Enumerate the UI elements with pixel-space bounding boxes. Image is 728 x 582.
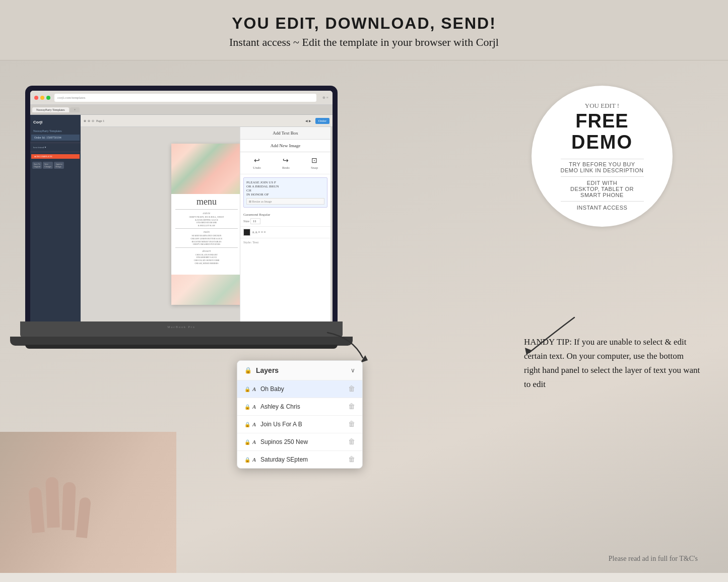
instant-access-label: INSTANT ACCESS [577,205,628,211]
action-btn1[interactable]: Save ToOriginal [32,162,42,169]
canvas-workspace: menu entrée CRISPY PRAWN, DUCK ROLL, SWE… [81,127,333,321]
color-style-row: A A ≡ ≡ ≡ [240,227,330,238]
url-bar[interactable]: corjl.com/templates [54,94,316,102]
footer-note: Please read ad in full for T&C's [609,555,698,563]
circle-divider1 [561,159,644,159]
snap-icon: ⊡ [311,156,317,165]
add-text-btn[interactable]: Add Text Box [240,127,330,140]
smart-phone-label: SMART PHONE [580,192,624,198]
menu-content: menu entrée CRISPY PRAWN, DUCK ROLL, SWE… [171,144,242,265]
circle-divider2 [561,176,644,177]
layer-lock-4: 🔒 [244,439,252,445]
color-swatch[interactable] [243,229,250,236]
menu-title: menu [171,197,242,207]
page-indicator: Page 1 [96,119,104,122]
tab2[interactable]: + [70,107,80,112]
size-controls: Size 11 [243,218,327,224]
action-btn2[interactable]: SaveChanges [43,162,53,169]
website-sidebar: Corjl NoorayParty Templates Order Id: 15… [30,115,81,333]
style-text-label: Style: Text [240,238,330,246]
layer-type-4: A [252,439,260,445]
font-controls: Garamond Regular Size 11 [240,211,330,227]
corjl-right-panel: Add Text Box Add New Image ↩ Undo ↪ [240,127,330,321]
laptop-bezel: corjl.com/templates ⊕ ≡ NoorayParty Temp… [25,86,338,338]
main-items: SEARED MARINATED CHICKENCREAMY LEMON BUT… [171,234,242,245]
layers-title-row: 🔒 Layers [244,366,279,374]
top-banner: YOU EDIT, DOWNLOAD, SEND! Instant access… [0,0,728,60]
canvas-area: ⊕ ⊖ ⊙ Page 1 ◀▶ Order [81,115,333,333]
layer-type-3: A [252,421,260,427]
free-label: FREE [575,111,628,132]
floral-bottom [171,275,242,305]
section-main: main [171,230,242,233]
layer-lock-1: 🔒 [244,386,252,392]
laptop-foot [25,345,338,349]
layer-name-supinos: Supinos 250 New [260,438,348,445]
menu-divider3 [175,247,238,248]
you-edit-label: YOU EDIT ! [585,102,619,110]
layer-delete-5[interactable]: 🗑 [348,456,355,464]
sidebar-incomplete: ● INCOMPLETE [31,154,80,159]
redo-icon: ↪ [283,156,289,165]
add-image-btn[interactable]: Add New Image [240,140,330,152]
section-dessert: dessert [171,249,242,252]
headline: YOU EDIT, DOWNLOAD, SEND! [10,14,718,33]
snap-btn[interactable]: ⊡ Snap [311,156,318,170]
sidebar-order[interactable]: Order Id: 1509750194 [31,135,80,141]
layer-item-supinos[interactable]: 🔒 A Supinos 250 New 🗑 [237,433,362,451]
layer-type-2: A [252,404,260,410]
active-tab[interactable]: NoorayParty Templates [32,107,69,112]
layer-item-join[interactable]: 🔒 A Join Us For A B 🗑 [237,416,362,433]
sidebar-item1: best friend ♥ [30,145,81,150]
edit-with-label: EDIT WITH [587,180,618,186]
page-arrows: ◀▶ [305,119,311,122]
layers-lock-icon: 🔒 [244,367,252,374]
text-content: PLEASE JOIN US FOR A BRIDAL BRUNCHIN HON… [246,180,324,197]
dessert-items: CHOCOLATE FONDANTSTRAWBERRY SAUCECHOCOLA… [171,253,242,265]
order-btn[interactable]: Order [315,118,329,124]
entree-items: CRISPY PRAWN, DUCK ROLL, SWEET& SOUR DIP… [171,216,242,227]
undo-redo-row: ↩ Undo ↪ Redo ⊡ Snap [240,152,330,174]
layer-name-ashley: Ashley & Chris [260,403,348,410]
layer-delete-3[interactable]: 🗑 [348,420,355,428]
layer-type-1: A [252,386,260,392]
redo-btn[interactable]: ↪ Redo [282,156,290,170]
tabs-row: NoorayParty Templates + [30,105,333,115]
layers-chevron-icon[interactable]: ∨ [351,367,355,374]
free-demo-circle: YOU EDIT ! FREE DEMO TRY BEFORE YOU BUY … [532,86,673,227]
website-layout: Corjl NoorayParty Templates Order Id: 15… [30,115,333,333]
laptop-hinge: MacBook Pro [20,321,343,338]
browser-controls: ⊕ ≡ [322,96,328,100]
layer-delete-2[interactable]: 🗑 [348,403,355,411]
layer-item-saturday[interactable]: 🔒 A Saturday SEptem 🗑 [237,451,362,468]
layers-panel: 🔒 Layers ∨ 🔒 A Oh Baby 🗑 🔒 A Ashley & Ch… [237,360,363,469]
undo-btn[interactable]: ↩ Undo [253,156,261,170]
font-icons: A A ≡ ≡ ≡ [252,230,266,234]
layer-name-oh-baby: Oh Baby [260,385,348,393]
main-content: corjl.com/templates ⊕ ≡ NoorayParty Temp… [0,60,728,573]
resize-handle[interactable]: ⊠ Resize as Image [246,198,324,205]
finger2 [45,477,59,528]
corjl-logo: Corjl [30,118,81,126]
devices-label: DESKTOP, TABLET OR [570,186,634,192]
layer-lock-2: 🔒 [244,404,252,410]
layer-delete-1[interactable]: 🗑 [348,385,355,393]
circle-divider3 [561,201,644,202]
section-entree: entrée [171,212,242,215]
minimize-dot [40,96,44,100]
layer-item-ashley[interactable]: 🔒 A Ashley & Chris 🗑 [237,398,362,416]
layer-name-saturday: Saturday SEptem [260,456,348,463]
sidebar-nooray: NoorayParty Templates [30,128,81,134]
demo-link-label: DEMO LINK IN DESCRIPTION [561,167,644,173]
menu-card[interactable]: menu entrée CRISPY PRAWN, DUCK ROLL, SWE… [171,144,242,305]
layer-item-oh-baby[interactable]: 🔒 A Oh Baby 🗑 [237,380,362,398]
sidebar-actions: Save ToOriginal SaveChanges ApproveDesig… [30,160,81,171]
menu-divider1 [175,209,238,210]
layer-delete-4[interactable]: 🗑 [348,438,355,446]
action-btn3[interactable]: ApproveDesign [54,162,64,169]
try-before-label: TRY BEFORE YOU BUY [569,161,635,167]
size-input[interactable]: 11 [250,218,260,224]
layer-lock-5: 🔒 [244,457,252,463]
layer-name-join: Join Us For A B [260,421,348,428]
hand-area [0,432,176,573]
